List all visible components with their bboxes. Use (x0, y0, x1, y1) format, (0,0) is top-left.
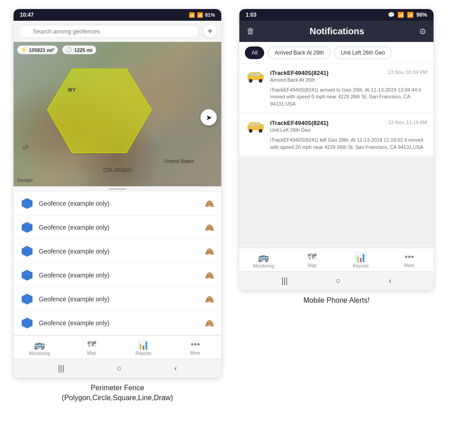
right-android-home-btn[interactable]: ○ (336, 276, 341, 286)
right-nav-reports[interactable]: 📊 Reports (336, 248, 385, 271)
nav-monitoring[interactable]: 🚌 Monitoring (14, 336, 65, 359)
android-menu-btn[interactable]: ||| (58, 364, 64, 373)
notif-event-1: Arrived Back At 26th (270, 77, 427, 83)
eye-icon-2[interactable]: 🙈 (205, 223, 214, 232)
notif-desc-2: iTrackEF4940S(8241) left Geo 26th. At 11… (246, 137, 427, 151)
map-label-us: United States (164, 158, 194, 164)
map-area[interactable]: ⚡ 105821 mi² 🕐 1225 mi ➤ WY UT United St… (14, 42, 221, 186)
notif-card-2-top: iTrackEF4940S(8241) 13 Nov, 11:16 AM (270, 120, 427, 126)
geofence-icon-4 (21, 269, 33, 282)
svg-point-9 (249, 79, 252, 83)
right-status-icons: 💬 📶 📶 96% (388, 12, 427, 18)
svg-marker-3 (22, 246, 33, 257)
eye-icon-3[interactable]: 🙈 (205, 247, 214, 256)
reports-label: Reports (135, 351, 151, 356)
geofence-item-6[interactable]: Geofence (example only) 🙈 (14, 311, 221, 335)
signal-icon-right: 📶 (407, 12, 414, 18)
nav-reports[interactable]: 📊 Reports (117, 336, 169, 359)
svg-point-15 (249, 129, 252, 133)
right-nav-map[interactable]: 🗺 Map (288, 248, 337, 271)
signal-icon: 📶 (197, 12, 203, 18)
notifications-title: Notifications (309, 26, 364, 37)
header-right-icons: ⚙ (419, 27, 426, 37)
notif-device-2: iTrackEF4940S(8241) (270, 120, 328, 126)
notifications-list: iTrackEF4940S(8241) 13 Nov, 01:04 PM Arr… (239, 64, 434, 248)
scroll-bar (108, 188, 126, 190)
svg-rect-17 (250, 123, 254, 126)
right-map-label: Map (308, 263, 317, 268)
filter-tabs: All Arrived Back At 26th Unit Left 26th … (239, 42, 434, 64)
right-android-back-btn[interactable]: ‹ (389, 276, 392, 286)
compass-button[interactable]: ➤ (201, 109, 217, 125)
delete-icon[interactable]: 🗑 (247, 27, 255, 36)
android-home-btn[interactable]: ○ (117, 364, 122, 373)
search-input[interactable] (18, 25, 200, 38)
left-phone: 10:47 📶 📶 81% 🔍 + (14, 9, 221, 378)
right-monitoring-label: Monitoring (253, 263, 274, 268)
geofence-label-1: Geofence (example only) (39, 200, 200, 207)
geofence-icon-3 (21, 245, 33, 258)
geofence-item-1[interactable]: Geofence (example only) 🙈 (14, 192, 221, 216)
left-status-icons: 📶 📶 81% (189, 12, 215, 18)
settings-icon[interactable]: ⚙ (419, 27, 426, 37)
geofence-icon-6 (21, 317, 33, 329)
distance-stat: 🕐 1225 mi (62, 46, 96, 54)
eye-icon-6[interactable]: 🙈 (205, 319, 214, 328)
right-more-label: More (404, 263, 415, 268)
svg-marker-6 (22, 318, 33, 328)
eye-icon-4[interactable]: 🙈 (205, 271, 214, 280)
nav-more[interactable]: ••• More (169, 336, 221, 359)
svg-marker-1 (22, 198, 33, 209)
more-label: More (190, 351, 201, 356)
map-icon: 🗺 (87, 339, 96, 350)
geofence-item-2[interactable]: Geofence (example only) 🙈 (14, 216, 221, 240)
nav-map[interactable]: 🗺 Map (65, 336, 117, 359)
right-nav-monitoring[interactable]: 🚌 Monitoring (239, 248, 288, 271)
header-left-icons: 🗑 (247, 27, 255, 36)
geofence-label-5: Geofence (example only) (39, 296, 200, 303)
notif-card-2-info: iTrackEF4940S(8241) 13 Nov, 11:16 AM Uni… (270, 120, 427, 133)
right-monitoring-icon: 🚌 (258, 252, 269, 263)
notification-card-2[interactable]: iTrackEF4940S(8241) 13 Nov, 11:16 AM Uni… (239, 114, 434, 157)
filter-arrived[interactable]: Arrived Back At 26th (268, 46, 331, 59)
left-bottom-nav: 🚌 Monitoring 🗺 Map 📊 Reports ••• More (14, 335, 221, 359)
notif-event-2: Unit Left 26th Geo (270, 127, 427, 133)
geofence-polygon-overlay (36, 65, 154, 164)
filter-left[interactable]: Unit Left 26th Geo (334, 46, 392, 59)
geofence-item-4[interactable]: Geofence (example only) 🙈 (14, 263, 221, 287)
geofence-label-6: Geofence (example only) (39, 319, 200, 327)
notif-card-1-info: iTrackEF4940S(8241) 13 Nov, 01:04 PM Arr… (270, 69, 427, 83)
notif-card-1-header: iTrackEF4940S(8241) 13 Nov, 01:04 PM Arr… (246, 69, 427, 84)
wifi-icon-right: 📶 (397, 12, 404, 18)
notification-card-1[interactable]: iTrackEF4940S(8241) 13 Nov, 01:04 PM Arr… (239, 64, 434, 113)
right-reports-label: Reports (353, 263, 369, 268)
notifications-header: 🗑 Notifications ⚙ (239, 21, 434, 42)
right-bottom-nav: 🚌 Monitoring 🗺 Map 📊 Reports ••• More (239, 248, 434, 271)
geofence-item-5[interactable]: Geofence (example only) 🙈 (14, 287, 221, 311)
left-status-bar: 10:47 📶 📶 81% (14, 9, 221, 21)
chat-icon: 💬 (388, 12, 395, 18)
right-map-icon: 🗺 (308, 252, 317, 262)
svg-marker-2 (22, 222, 33, 233)
svg-rect-18 (255, 123, 259, 126)
map-stats: ⚡ 105821 mi² 🕐 1225 mi (17, 46, 96, 54)
geofence-item-3[interactable]: Geofence (example only) 🙈 (14, 240, 221, 263)
add-geofence-button[interactable]: + (203, 24, 217, 38)
right-phone: 1:03 💬 📶 📶 96% 🗑 Notifications ⚙ (239, 9, 434, 290)
filter-all[interactable]: All (245, 46, 264, 59)
geofence-label-2: Geofence (example only) (39, 224, 200, 231)
more-icon: ••• (191, 339, 200, 350)
battery-right: 96% (416, 12, 427, 18)
eye-icon-5[interactable]: 🙈 (205, 295, 214, 304)
right-android-nav: ||| ○ ‹ (239, 271, 434, 290)
eye-icon-1[interactable]: 🙈 (205, 199, 214, 208)
svg-rect-11 (250, 73, 254, 76)
right-nav-more[interactable]: ••• More (385, 248, 434, 271)
notif-card-1-top: iTrackEF4940S(8241) 13 Nov, 01:04 PM (270, 69, 427, 76)
car-svg-1 (246, 70, 266, 83)
geofence-icon-2 (21, 221, 33, 234)
search-wrapper[interactable]: 🔍 (18, 25, 200, 38)
svg-point-16 (259, 129, 262, 133)
right-android-menu-btn[interactable]: ||| (281, 276, 288, 286)
android-back-btn[interactable]: ‹ (174, 364, 177, 373)
